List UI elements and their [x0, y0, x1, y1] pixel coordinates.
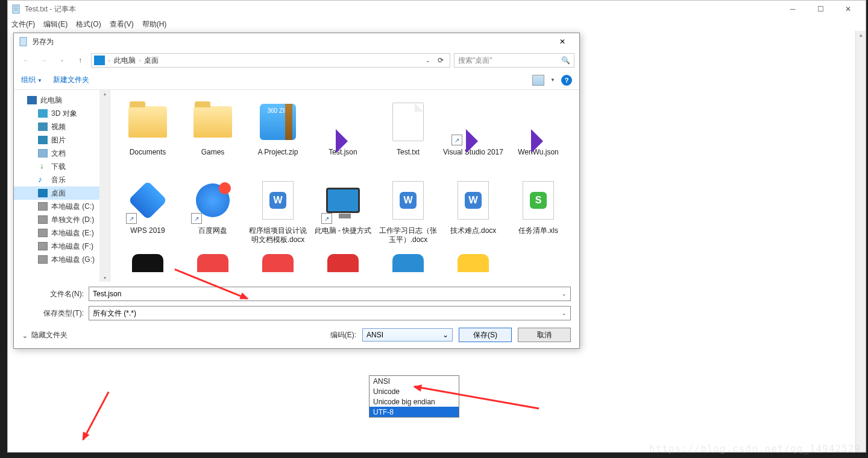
file-name: 任务清单.xls — [518, 226, 558, 235]
maximize-button[interactable]: ☐ — [807, 1, 834, 17]
file-item-partial[interactable] — [441, 254, 506, 272]
file-item-partial[interactable] — [115, 254, 180, 272]
new-folder-button[interactable]: 新建文件夹 — [53, 75, 89, 85]
file-name: 百度网盘 — [198, 226, 227, 235]
chevron-down-icon[interactable]: ⌄ — [562, 291, 567, 297]
menu-file[interactable]: 文件(F) — [11, 19, 35, 30]
tree-item[interactable]: 下载 — [14, 160, 110, 173]
tree-item[interactable]: 本地磁盘 (G:) — [14, 253, 110, 266]
breadcrumb-desktop[interactable]: 桌面 — [144, 56, 159, 66]
tree-item[interactable]: 桌面 — [14, 186, 110, 200]
svg-rect-0 — [13, 5, 19, 13]
file-name: A Project.zip — [258, 148, 298, 157]
file-item[interactable]: 此电脑 - 快捷方式 — [310, 176, 376, 254]
tree-item-label: 下载 — [51, 162, 66, 172]
encoding-option[interactable]: UTF-8 — [370, 407, 459, 417]
tree-item[interactable]: 图片 — [14, 133, 110, 147]
chevron-down-icon[interactable]: ⌄ — [562, 310, 567, 316]
tree-item[interactable]: 单独文件 (D:) — [14, 213, 110, 226]
dialog-bottom: 文件名(N): Test.json ⌄ 保存类型(T): 所有文件 (*.*) … — [14, 282, 579, 348]
encoding-option[interactable]: Unicode big endian — [370, 396, 459, 407]
hide-folders-toggle[interactable]: 隐藏文件夹 — [22, 330, 68, 340]
folder-icon — [191, 98, 234, 145]
disk-icon — [38, 242, 48, 250]
search-input[interactable]: 搜索"桌面" 🔍 — [454, 53, 574, 68]
chevron-down-icon: ⌄ — [442, 331, 448, 339]
view-dropdown-icon[interactable]: ▼ — [550, 77, 555, 83]
notepad-titlebar: Test.txt - 记事本 ─ ☐ ✕ — [8, 1, 866, 17]
nav-recent-button[interactable]: ▾ — [55, 53, 69, 68]
file-item[interactable]: Test.json — [310, 97, 376, 176]
nav-back-button[interactable]: ← — [19, 53, 33, 68]
file-item[interactable]: 工作学习日志（张玉平）.docx — [376, 176, 441, 254]
file-item-partial[interactable] — [310, 254, 376, 272]
filename-input[interactable]: Test.json ⌄ — [89, 287, 571, 301]
tree-item-label: 本地磁盘 (F:) — [51, 241, 93, 252]
help-icon[interactable]: ? — [561, 75, 572, 86]
address-bar[interactable]: › 此电脑 › 桌面 ⌄ ⟳ — [91, 53, 450, 68]
tree-item[interactable]: ♪音乐 — [14, 173, 110, 186]
menu-format[interactable]: 格式(O) — [76, 19, 101, 30]
menu-help[interactable]: 帮助(H) — [142, 19, 167, 30]
menu-view[interactable]: 查看(V) — [110, 19, 134, 30]
file-item[interactable]: Documents — [115, 97, 180, 176]
tree-item[interactable]: 本地磁盘 (C:) — [14, 200, 110, 213]
file-item-partial[interactable] — [376, 254, 441, 272]
vertical-scrollbar[interactable] — [855, 31, 866, 452]
vs-icon — [451, 98, 495, 145]
zip-icon: 360 ZIP — [256, 98, 300, 145]
filename-value: Test.json — [93, 290, 121, 298]
breadcrumb-pc[interactable]: 此电脑 — [114, 56, 136, 66]
tree-item[interactable]: 此电脑 — [14, 94, 110, 107]
3d-icon — [38, 109, 48, 118]
file-item-partial[interactable] — [180, 254, 245, 272]
file-name: Documents — [130, 148, 166, 157]
pic-icon — [38, 136, 48, 144]
nav-forward-button[interactable]: → — [37, 53, 51, 68]
menu-edit[interactable]: 编辑(E) — [43, 19, 68, 30]
vs-icon — [517, 98, 560, 145]
search-placeholder: 搜索"桌面" — [458, 56, 492, 66]
file-list[interactable]: DocumentsGames360 ZIPA Project.zipTest.j… — [110, 90, 579, 282]
file-item[interactable]: 360 ZIPA Project.zip — [245, 97, 310, 176]
file-item[interactable]: Visual Studio 2017 — [441, 97, 506, 176]
save-button[interactable]: 保存(S) — [459, 328, 512, 342]
file-item[interactable]: 百度网盘 — [180, 176, 245, 254]
close-button[interactable]: ✕ — [834, 1, 862, 17]
file-item-partial[interactable] — [245, 254, 310, 272]
dialog-close-button[interactable]: ✕ — [550, 34, 574, 49]
baidu-icon — [191, 177, 234, 224]
tree-item[interactable]: 本地磁盘 (F:) — [14, 240, 110, 253]
encoding-select[interactable]: ANSI ⌄ — [362, 328, 453, 342]
encoding-dropdown: ANSIUnicodeUnicode big endianUTF-8 — [369, 375, 459, 418]
tree-item-label: 桌面 — [51, 188, 66, 199]
refresh-button[interactable]: ⟳ — [434, 54, 447, 67]
savetype-select[interactable]: 所有文件 (*.*) ⌄ — [89, 306, 571, 320]
tree-item[interactable]: 本地磁盘 (E:) — [14, 226, 110, 240]
file-item[interactable]: WenWu.json — [506, 97, 571, 176]
organize-button[interactable]: 组织▼ — [21, 75, 42, 85]
tree-item-label: 本地磁盘 (G:) — [51, 255, 95, 265]
file-item[interactable]: 技术难点.docx — [441, 176, 506, 254]
desk-icon — [38, 189, 48, 197]
tree-item[interactable]: 视频 — [14, 120, 110, 133]
docx-icon — [386, 177, 430, 224]
view-mode-button[interactable] — [532, 75, 544, 86]
file-item[interactable]: WPS 2019 — [115, 176, 180, 254]
tree-item-label: 此电脑 — [40, 95, 62, 106]
editor-gutter — [0, 0, 7, 458]
file-item[interactable]: 任务清单.xls — [506, 176, 571, 254]
address-dropdown-icon[interactable]: ⌄ — [426, 57, 430, 63]
disk-icon — [38, 215, 48, 224]
tree-item[interactable]: 3D 对象 — [14, 107, 110, 120]
minimize-button[interactable]: ─ — [779, 1, 807, 17]
file-item[interactable]: 程序组项目设计说明文档模板.docx — [245, 176, 310, 254]
file-name: WPS 2019 — [130, 226, 165, 235]
doc-icon — [38, 149, 48, 157]
tree-scrollbar[interactable] — [99, 90, 110, 282]
file-item[interactable]: Test.txt — [376, 97, 441, 176]
tree-item[interactable]: 文档 — [14, 147, 110, 160]
nav-up-button[interactable]: ↑ — [73, 53, 87, 68]
cancel-button[interactable]: 取消 — [518, 328, 571, 342]
file-item[interactable]: Games — [180, 97, 245, 176]
